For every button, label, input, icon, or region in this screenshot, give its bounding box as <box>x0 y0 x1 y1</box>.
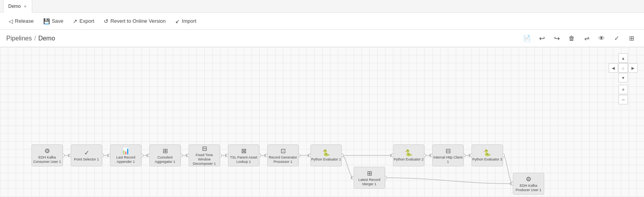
toolbar: ◁ Release 💾 Save ↗ Export ↺ Revert to On… <box>0 13 644 30</box>
import-icon: ↙ <box>175 18 180 24</box>
export-label: Export <box>79 18 94 24</box>
revert-button[interactable]: ↺ Revert to Online Version <box>100 16 170 26</box>
document-button[interactable]: 📄 <box>521 32 533 45</box>
pipeline-node-n2[interactable]: ✓Point Selector 1 <box>71 144 102 166</box>
save-label: Save <box>52 18 64 24</box>
node-icon-n2: ✓ <box>84 149 89 157</box>
nav-empty-bl <box>609 73 618 82</box>
pipeline-node-n5[interactable]: ⊟Fixed Time Window Decomposer 1 <box>189 144 220 166</box>
zoom-buttons: + − <box>618 85 628 104</box>
node-label-n6: TSL Parent Asset Lookup 1 <box>228 155 259 164</box>
tab-close-button[interactable]: × <box>23 3 27 9</box>
zoom-in-button[interactable]: + <box>618 85 628 94</box>
redo-button[interactable]: ↪ <box>550 32 563 45</box>
tab-bar: Demo × <box>0 0 644 13</box>
breadcrumb-parent[interactable]: Pipelines <box>6 35 32 42</box>
node-label-n3: Last Record Appender 1 <box>110 155 141 164</box>
pipeline-node-n12[interactable]: 🐍Python Evaluator 3 <box>472 144 503 166</box>
revert-icon: ↺ <box>104 18 108 24</box>
pipeline-node-n9[interactable]: ⊞Latest Record Merger 1 <box>354 167 385 189</box>
import-button[interactable]: ↙ Import <box>171 16 200 26</box>
preview-button[interactable]: 👁 <box>595 32 608 45</box>
save-button[interactable]: 💾 Save <box>39 16 68 26</box>
zoom-out-button[interactable]: − <box>618 95 628 104</box>
node-icon-n3: 📊 <box>122 147 130 155</box>
nav-empty-br <box>628 73 638 82</box>
pipeline-node-n4[interactable]: ⊞Cumulent Aggregator 1 <box>149 144 181 166</box>
node-icon-n11: ⊟ <box>446 147 451 155</box>
nav-up-button[interactable]: ▲ <box>618 53 628 63</box>
undo-button[interactable]: ↩ <box>536 32 548 45</box>
nav-left-button[interactable]: ◀ <box>609 63 618 73</box>
validate-button[interactable]: ✓ <box>610 32 623 45</box>
node-label-n5: Fixed Time Window Decomposer 1 <box>189 153 220 166</box>
undo-icon: ↩ <box>539 34 545 43</box>
node-icon-n13: ⚙ <box>526 175 531 183</box>
breadcrumb-current: Demo <box>38 35 55 42</box>
redo-icon: ↪ <box>554 34 560 43</box>
tab-label: Demo <box>8 4 21 9</box>
node-label-n9: Latest Record Merger 1 <box>354 178 385 186</box>
save-icon: 💾 <box>43 18 50 24</box>
document-icon: 📄 <box>523 35 531 42</box>
nav-down-button[interactable]: ▼ <box>618 73 628 82</box>
delete-icon: 🗑 <box>569 35 575 42</box>
pipeline-node-n3[interactable]: 📊Last Record Appender 1 <box>110 144 141 166</box>
node-icon-n12: 🐍 <box>483 149 491 157</box>
grid-button[interactable]: ⊞ <box>625 32 638 45</box>
shuffle-button[interactable]: ⇌ <box>580 32 593 45</box>
pipeline-node-n6[interactable]: ⊠TSL Parent Asset Lookup 1 <box>228 144 259 166</box>
pipeline-node-n8[interactable]: 🐍Python Evaluator 1 <box>310 144 342 166</box>
node-label-n4: Cumulent Aggregator 1 <box>150 155 180 164</box>
nav-home-button[interactable]: ⌂ <box>618 63 628 73</box>
release-button[interactable]: ◁ Release <box>5 16 38 26</box>
node-icon-n7: ⊡ <box>281 147 286 155</box>
breadcrumb-actions: 📄 ↩ ↪ 🗑 ⇌ 👁 ✓ ⊞ <box>521 32 638 45</box>
node-label-n12: Python Evaluator 3 <box>472 157 502 162</box>
pipeline-node-n13[interactable]: ⚙EDH Kafka Producer User 1 <box>513 173 544 195</box>
export-button[interactable]: ↗ Export <box>69 16 98 26</box>
node-icon-n5: ⊟ <box>202 145 207 152</box>
node-label-n11: Internal Http Client 1 <box>433 155 463 164</box>
node-icon-n9: ⊞ <box>367 170 372 177</box>
release-label: Release <box>15 18 34 24</box>
node-label-n8: Python Evaluator 1 <box>311 157 341 162</box>
check-icon: ✓ <box>614 35 619 42</box>
nav-right-button[interactable]: ▶ <box>628 63 638 73</box>
node-icon-n8: 🐍 <box>322 149 330 157</box>
node-label-n13: EDH Kafka Producer User 1 <box>513 184 544 192</box>
grid-icon: ⊞ <box>629 35 634 42</box>
demo-tab[interactable]: Demo × <box>3 0 32 13</box>
release-icon: ◁ <box>9 18 13 24</box>
node-icon-n10: 🐍 <box>405 149 413 157</box>
nav-cross: ▲ ◀ ⌂ ▶ ▼ <box>609 53 638 82</box>
nav-empty-tl <box>609 53 618 63</box>
delete-button[interactable]: 🗑 <box>565 32 578 45</box>
shuffle-icon: ⇌ <box>584 35 589 42</box>
node-label-n10: Python Evaluator 2 <box>394 157 424 162</box>
nav-empty-tr <box>628 53 638 63</box>
node-icon-n6: ⊠ <box>241 147 246 155</box>
import-label: Import <box>182 18 196 24</box>
node-label-n7: Record Generator Processor 1 <box>268 155 298 164</box>
pipeline-node-n1[interactable]: ⚙EDH Kafka Consumer User 1 <box>31 144 63 166</box>
connectors-svg <box>0 47 644 197</box>
revert-label: Revert to Online Version <box>110 18 166 24</box>
breadcrumb-separator: / <box>34 35 36 42</box>
pipeline-node-n7[interactable]: ⊡Record Generator Processor 1 <box>267 144 299 166</box>
breadcrumb-bar: Pipelines / Demo 📄 ↩ ↪ 🗑 ⇌ 👁 ✓ ⊞ <box>0 30 644 47</box>
pipeline-node-n10[interactable]: 🐍Python Evaluator 2 <box>393 144 424 166</box>
export-icon: ↗ <box>73 18 77 24</box>
eye-icon: 👁 <box>598 35 605 42</box>
node-icon-n4: ⊞ <box>163 147 168 155</box>
node-label-n1: EDH Kafka Consumer User 1 <box>32 155 62 164</box>
pipeline-canvas[interactable]: ▲ ◀ ⌂ ▶ ▼ + − ⚙EDH Kafka Consumer User 1… <box>0 47 644 197</box>
breadcrumb: Pipelines / Demo <box>6 35 55 42</box>
node-label-n2: Point Selector 1 <box>74 157 99 162</box>
pipeline-node-n11[interactable]: ⊟Internal Http Client 1 <box>432 144 464 166</box>
node-icon-n1: ⚙ <box>44 147 50 155</box>
nav-controls: ▲ ◀ ⌂ ▶ ▼ + − <box>609 53 638 104</box>
